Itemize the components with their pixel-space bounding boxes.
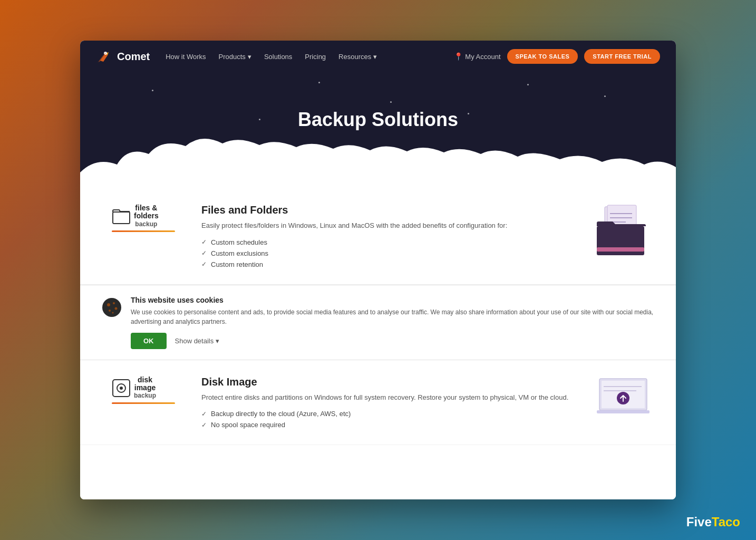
svg-point-14 [113, 302, 115, 304]
disk-image-features: ✓ Backup directly to the cloud (Azure, A… [201, 410, 576, 429]
star [390, 101, 392, 103]
cookie-icon [101, 297, 122, 318]
cookie-banner: This website uses cookies We use cookies… [80, 285, 676, 360]
svg-point-17 [112, 312, 114, 313]
cookie-ok-button[interactable]: OK [131, 333, 167, 349]
files-folders-text: files & folders backup [134, 204, 159, 228]
dropdown-icon: ▾ [373, 53, 377, 61]
check-icon: ✓ [201, 238, 207, 246]
star [259, 119, 260, 120]
nav-solutions[interactable]: Solutions [264, 53, 292, 61]
feature-item: ✓ Backup directly to the cloud (Azure, A… [201, 410, 576, 418]
logo-text: Comet [117, 51, 150, 63]
feature-item: ✓ No spool space required [201, 421, 576, 429]
check-icon: ✓ [201, 410, 207, 418]
orange-underline [112, 402, 175, 404]
svg-point-20 [120, 387, 123, 390]
disk-image-icon-area: disk image backup [101, 376, 186, 404]
disk-small-icon [112, 379, 131, 398]
hero-title: Backup Solutions [298, 109, 458, 152]
main-content: files & folders backup Files and Folders… [80, 188, 676, 499]
disk-image-illustration [592, 376, 655, 423]
svg-point-12 [102, 298, 121, 317]
nav-links: How it Works Products ▾ Solutions Pricin… [166, 53, 454, 61]
feature-item: ✓ Custom schedules [201, 238, 576, 246]
chevron-down-icon: ▾ [216, 337, 219, 345]
navbar: Comet How it Works Products ▾ Solutions … [80, 41, 676, 72]
feature-item: ✓ Custom exclusions [201, 249, 576, 257]
star [152, 90, 153, 91]
files-folders-content: Files and Folders Easily protect files/f… [201, 204, 576, 268]
files-folders-branding: files & folders backup [112, 204, 175, 232]
svg-rect-26 [597, 410, 650, 413]
files-folders-title: Files and Folders [201, 204, 576, 216]
speak-to-sales-button[interactable]: SPEAK TO SALES [507, 49, 578, 64]
brand-taco-text: Taco [712, 515, 740, 529]
svg-rect-11 [597, 247, 644, 252]
star [604, 95, 606, 97]
files-folders-desc: Easily protect files/folders in Windows,… [201, 220, 576, 231]
fivetaco-branding: FiveTaco [686, 515, 740, 529]
orange-underline [112, 230, 175, 232]
check-icon: ✓ [201, 421, 207, 429]
files-folders-icon-area: files & folders backup [101, 204, 186, 232]
hero-section: Backup Solutions [80, 72, 676, 188]
disk-image-section: disk image backup Disk Image Protect ent… [80, 360, 676, 446]
laptop-illustration-svg [594, 376, 652, 423]
show-details-link[interactable]: Show details ▾ [175, 337, 220, 345]
files-folders-features: ✓ Custom schedules ✓ Custom exclusions ✓… [201, 238, 576, 268]
logo[interactable]: Comet [96, 48, 150, 65]
files-folders-illustration [592, 204, 655, 257]
cookie-title: This website uses cookies [131, 296, 655, 304]
nav-right: 📍 My Account SPEAK TO SALES START FREE T… [454, 49, 660, 64]
cookie-actions: OK Show details ▾ [131, 333, 655, 349]
folder-illustration-svg [594, 204, 652, 257]
svg-point-13 [107, 303, 110, 306]
browser-window: Comet How it Works Products ▾ Solutions … [80, 41, 676, 499]
cookie-content: This website uses cookies We use cookies… [131, 296, 655, 349]
start-free-trial-button[interactable]: START FREE TRIAL [584, 49, 660, 64]
star [318, 82, 320, 83]
cookie-text: We use cookies to personalise content an… [131, 307, 655, 326]
dropdown-icon: ▾ [248, 53, 251, 61]
check-icon: ✓ [201, 249, 207, 257]
account-link[interactable]: 📍 My Account [454, 52, 500, 61]
disk-image-branding: disk image backup [112, 376, 175, 404]
pin-icon: 📍 [454, 52, 463, 61]
star [468, 113, 469, 114]
folder-small-icon [112, 207, 131, 226]
nav-products[interactable]: Products ▾ [219, 53, 251, 61]
feature-item: ✓ Custom retention [201, 261, 576, 268]
disk-image-desc: Protect entire disks and partitions on W… [201, 392, 576, 403]
disk-image-content: Disk Image Protect entire disks and part… [201, 376, 576, 429]
svg-point-16 [109, 310, 111, 312]
check-icon: ✓ [201, 261, 207, 268]
svg-rect-4 [113, 212, 130, 224]
brand-five-text: Five [686, 515, 712, 529]
comet-logo-icon [96, 48, 113, 65]
nav-resources[interactable]: Resources ▾ [338, 53, 377, 61]
files-folders-section: files & folders backup Files and Folders… [80, 188, 676, 285]
svg-point-15 [115, 307, 118, 310]
nav-pricing[interactable]: Pricing [305, 53, 326, 61]
star [527, 84, 529, 85]
nav-how-it-works[interactable]: How it Works [166, 53, 206, 61]
disk-image-text: disk image backup [134, 376, 156, 400]
disk-image-title: Disk Image [201, 376, 576, 388]
